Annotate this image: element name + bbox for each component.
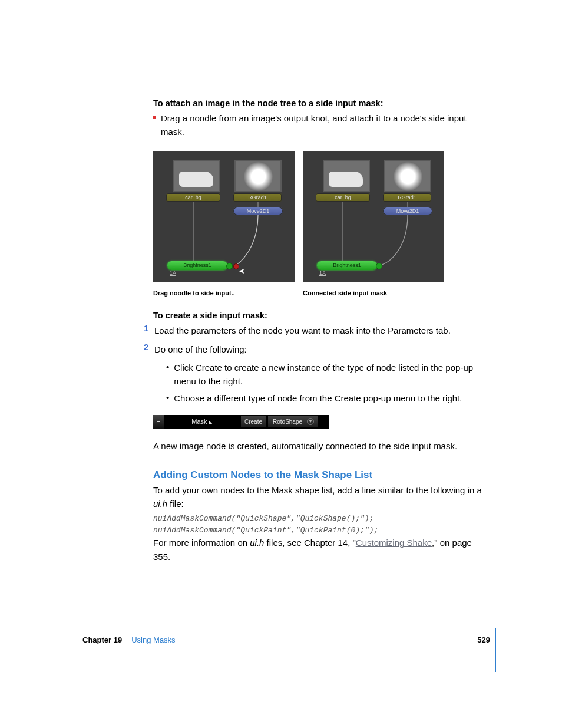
list-item: 2 Do one of the following: (140, 342, 490, 356)
dropdown-value: RotoShape (273, 419, 302, 425)
side-input-knob (226, 263, 233, 269)
sub-bullet: • Click Create to create a new instance … (166, 361, 490, 388)
filename: ui.h (250, 538, 264, 548)
list-number: 2 (140, 342, 148, 356)
node-car-bg: car_bg (316, 193, 370, 202)
thumb-rgrad (234, 160, 282, 192)
node-car-bg: car_bg (166, 193, 220, 202)
mask-bar-label: Mask ◣ (164, 418, 240, 425)
thumb-car (323, 160, 370, 192)
figure-caption-left: Drag noodle to side input.. (153, 289, 295, 297)
list-item: 1 Load the parameters of the node you wa… (140, 324, 490, 337)
filename: ui.h (153, 499, 167, 509)
procedure-heading-2: To create a side input mask: (153, 311, 490, 320)
page-footer: Chapter 19 Using Masks 529 (82, 635, 490, 644)
sub-bullet-text: Click Create to create a new instance of… (174, 361, 490, 388)
page-number: 529 (477, 635, 490, 644)
create-button[interactable]: Create (240, 416, 266, 427)
node-rgrad: RGrad1 (233, 193, 282, 202)
mask-bar: − Mask ◣ Create RotoShape (153, 415, 329, 429)
thumb-rgrad (384, 160, 431, 192)
document-page: To attach an image in the node tree to a… (0, 0, 562, 728)
node-rgrad: RGrad1 (383, 193, 431, 202)
node-brightness: Brightness1 (167, 261, 227, 270)
bullet-dot-icon: • (166, 361, 169, 388)
step-row: Drag a noodle from an image's output kno… (153, 111, 490, 139)
figure-caption-right: Connected side input mask (303, 289, 444, 297)
chapter-title: Using Masks (131, 635, 175, 644)
figure-right: car_bg RGrad1 Move2D1 Brightness1 1A Con… (303, 151, 444, 297)
sub-bullet: • Choose a different type of node from t… (166, 391, 490, 405)
node-tree-panel-left: car_bg RGrad1 Move2D1 Brightness1 ➤ 1A (153, 151, 295, 282)
paragraph: For more information on ui.h files, see … (153, 536, 490, 564)
sub-bullet-text: Choose a different type of node from the… (174, 391, 462, 405)
cross-reference-link[interactable]: Customizing Shake (356, 538, 432, 548)
chevron-down-icon (309, 420, 312, 423)
collapse-button[interactable]: − (153, 415, 164, 429)
footer-rule (495, 628, 496, 672)
bullet-icon (153, 116, 156, 119)
node-tree-panel-right: car_bg RGrad1 Move2D1 Brightness1 1A (303, 151, 444, 282)
node-move2d: Move2D1 (233, 207, 283, 215)
step-text: Drag a noodle from an image's output kno… (161, 111, 490, 139)
one-a-label: 1A (170, 270, 176, 276)
section-heading: Adding Custom Nodes to the Mask Shape Li… (153, 469, 490, 481)
figure-left: car_bg RGrad1 Move2D1 Brightness1 ➤ 1A D… (153, 151, 295, 297)
one-a-label: 1A (319, 270, 326, 276)
side-input-knob (376, 263, 382, 269)
node-brightness: Brightness1 (317, 261, 377, 270)
figure-row: car_bg RGrad1 Move2D1 Brightness1 ➤ 1A D… (153, 151, 490, 297)
ordered-list: 1 Load the parameters of the node you wa… (153, 324, 490, 356)
procedure-heading: To attach an image in the node tree to a… (153, 97, 490, 110)
bullet-dot-icon: • (166, 391, 169, 405)
list-text: Do one of the following: (154, 342, 247, 356)
chapter-label: Chapter 19 (82, 635, 122, 644)
list-number: 1 (140, 324, 148, 337)
paragraph: A new image node is created, automatical… (153, 439, 490, 453)
node-move2d: Move2D1 (383, 207, 432, 215)
cursor-icon: ➤ (239, 266, 245, 275)
code-block: nuiAddMaskCommand("QuickShape","QuickSha… (153, 513, 490, 536)
list-text: Load the parameters of the node you want… (154, 324, 451, 337)
mask-type-dropdown[interactable]: RotoShape (267, 416, 318, 427)
thumb-car (173, 160, 220, 192)
paragraph: To add your own nodes to the Mask shape … (153, 483, 490, 511)
